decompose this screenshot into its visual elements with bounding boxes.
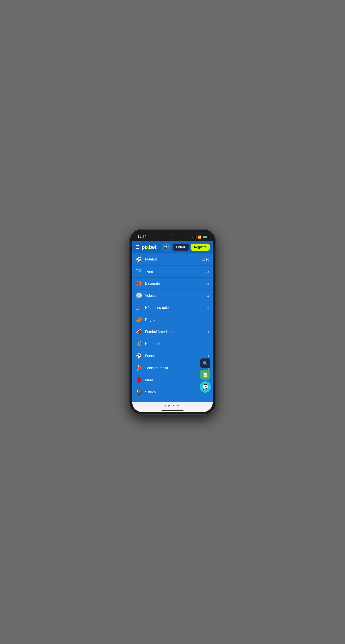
phone-screen: 14:12 📶 ⚡ ☰ pixb [132,232,213,412]
lock-icon: 🔒 [164,404,167,407]
sport-emoji-icon: 🏉 [136,317,142,323]
list-item[interactable]: 🏈Futebol Americano51 [132,326,213,338]
list-item[interactable]: ⚽Futebol1230 [132,254,213,266]
registro-button[interactable]: Registro [191,244,210,250]
instagram-button[interactable]: 📷 [162,243,171,251]
home-indicator [132,408,213,412]
search-float-button[interactable]: 🔍 [200,358,210,368]
sport-emoji-icon: 🎱 [136,390,142,395]
sports-list: ⚽Futebol1230🎾Tênis293🏀Basquete35🏐Voleibo… [132,254,213,402]
sport-name-label: Sinuca [145,390,206,394]
chat-button[interactable]: 💬 [200,381,211,393]
url-text: pixbet.com [168,404,181,407]
list-item[interactable]: 🏐Voleibol4 [132,290,213,302]
sport-count-badge: 22 [205,318,209,322]
list-item[interactable]: 🎯Perdas22 [132,398,213,402]
instagram-icon: 📷 [164,245,169,250]
notes-float-button[interactable]: 📄 [200,370,210,380]
sport-name-label: Futsal [145,354,204,358]
sport-name-label: Handebol [145,342,204,346]
sport-name-label: Futebol Americano [145,330,202,334]
phone-frame: 14:12 📶 ⚡ ☰ pixb [130,229,215,415]
sport-name-label: MMA [145,378,206,382]
sport-count-badge: 293 [204,270,209,274]
sport-emoji-icon: ⚽ [136,353,142,359]
url-bar: 🔒 pixbet.com [132,402,213,408]
sport-count-badge: 35 [205,282,209,286]
sport-emoji-icon: 🏒 [136,305,142,310]
signal-icon [192,236,196,238]
floating-buttons: 🔍 📄 [200,358,210,380]
sport-emoji-icon: 🤾 [136,341,142,347]
sport-emoji-icon: ⚽ [136,256,142,262]
sport-count-badge: 1 [207,354,209,358]
sport-emoji-icon: 🏓 [136,365,142,371]
header: ☰ pixbet 📷 Entrar Registro [132,241,213,254]
notes-icon: 📄 [203,372,208,377]
list-item[interactable]: 🏉Rugby22 [132,314,213,326]
sport-name-label: Hóquei no gelo [145,306,202,310]
status-time: 14:12 [138,235,147,239]
chat-icon: 💬 [202,384,208,390]
sport-name-label: Tênis [145,270,201,274]
logo: pixbet [142,244,160,250]
sport-emoji-icon: 🎾 [136,269,142,274]
camera [171,234,174,236]
notch [159,232,186,238]
hamburger-menu-icon[interactable]: ☰ [135,244,139,250]
status-icons: 📶 ⚡ [192,236,207,239]
search-icon: 🔍 [203,361,208,366]
battery-icon: ⚡ [203,236,207,238]
list-item[interactable]: 🤾Handebol2 [132,338,213,350]
logo-text: pixbet [142,244,156,250]
sport-count-badge: 2 [207,342,209,346]
list-item[interactable]: 🏀Basquete35 [132,278,213,290]
sport-name-label: Futebol [145,258,199,262]
sport-emoji-icon: 🏀 [136,281,142,286]
home-bar [162,410,183,411]
sport-name-label: Basquete [145,282,202,286]
list-item[interactable]: 🎾Tênis293 [132,266,213,278]
list-item[interactable]: 🏒Hóquei no gelo25 [132,302,213,314]
wifi-icon: 📶 [198,236,201,239]
sport-emoji-icon: 🏈 [136,329,142,335]
sport-name-label: Rugby [145,318,202,322]
sport-emoji-icon: 🥊 [136,377,142,383]
sport-count-badge: 25 [205,306,209,310]
entrar-button[interactable]: Entrar [173,244,189,250]
sport-count-badge: 1230 [202,258,209,262]
sport-name-label: Tênis de mesa [145,366,204,370]
sport-count-badge: 51 [205,330,209,334]
sport-emoji-icon: 🏐 [136,293,142,298]
sport-name-label: Voleibol [145,294,204,298]
sport-count-badge: 4 [207,294,209,298]
